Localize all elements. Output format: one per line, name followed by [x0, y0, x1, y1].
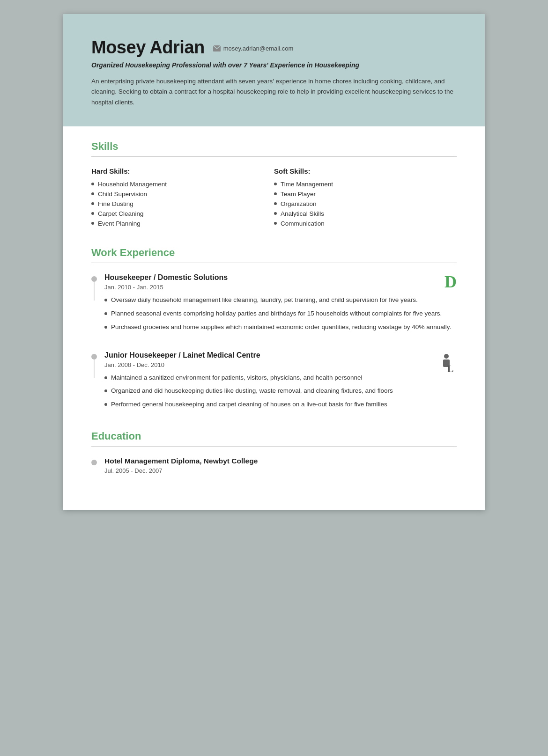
bullet-dot — [104, 299, 107, 301]
hard-skills-list: Household Management Child Supervision F… — [91, 181, 274, 227]
timeline-dot-1 — [91, 276, 97, 282]
list-item: Oversaw daily household management like … — [104, 295, 457, 305]
education-section: Education Hotel Management Diploma, Newb… — [91, 430, 457, 474]
list-item: Performed general housekeeping and carpe… — [104, 400, 457, 410]
job-title-1: Housekeeper / Domestic Solutions — [104, 273, 228, 282]
skills-divider — [91, 156, 457, 157]
edu-dot-1 — [91, 460, 97, 465]
timeline-line-2 — [94, 360, 95, 378]
bullet-dot — [91, 222, 94, 225]
job-content-1: Housekeeper / Domestic Solutions Jan. 20… — [104, 273, 457, 336]
bullet-dot — [274, 183, 277, 185]
education-section-title: Education — [91, 430, 457, 442]
hard-skills-title: Hard Skills: — [91, 167, 274, 175]
email-text: mosey.adrian@email.com — [223, 45, 294, 52]
edu-entry-1: Hotel Management Diploma, Newbyt College… — [91, 457, 457, 474]
body-section: Skills Hard Skills: Household Management… — [63, 126, 485, 510]
edu-content-1: Hotel Management Diploma, Newbyt College… — [104, 457, 457, 474]
header-section: Mosey Adrian mosey.adrian@email.com Orga… — [63, 14, 485, 126]
bullet-dot — [274, 202, 277, 205]
svg-text:L: L — [447, 364, 453, 373]
email-block: mosey.adrian@email.com — [213, 45, 294, 52]
list-item: Planned seasonal events comprising holid… — [104, 309, 457, 319]
timeline-col-1 — [91, 273, 97, 301]
bullet-dot — [104, 326, 107, 329]
bullet-dot — [91, 202, 94, 205]
job-bullets-2: Maintained a sanitized environment for p… — [104, 373, 457, 410]
job-entry-1: Housekeeper / Domestic Solutions Jan. 20… — [91, 273, 457, 336]
timeline-dot-2 — [91, 354, 97, 360]
edu-degree-1: Hotel Management Diploma, Newbyt College — [104, 457, 457, 465]
skills-section-title: Skills — [91, 140, 457, 153]
job-title-2: Junior Housekeeper / Lainet Medical Cent… — [104, 351, 260, 360]
job-content-2: Junior Housekeeper / Lainet Medical Cent… — [104, 351, 457, 414]
lainet-logo-svg: L — [436, 352, 457, 373]
tagline: Organized Housekeeping Professional with… — [91, 61, 457, 69]
list-item: Analytical Skills — [274, 210, 457, 217]
resume-document: Mosey Adrian mosey.adrian@email.com Orga… — [63, 14, 485, 510]
job-header-1: Housekeeper / Domestic Solutions Jan. 20… — [104, 273, 457, 295]
job-title-dates-1: Housekeeper / Domestic Solutions Jan. 20… — [104, 273, 228, 295]
job-dates-2: Jan. 2008 - Dec. 2010 — [104, 361, 260, 368]
bullet-dot — [274, 212, 277, 215]
list-item: Event Planning — [91, 220, 274, 227]
edu-dates-1: Jul. 2005 - Dec. 2007 — [104, 467, 457, 474]
summary: An enterprising private housekeeping att… — [91, 76, 457, 108]
list-item: Time Management — [274, 181, 457, 188]
bullet-dot — [104, 376, 107, 379]
bullet-dot — [91, 192, 94, 195]
list-item: Communication — [274, 220, 457, 227]
list-item: Carpet Cleaning — [91, 210, 274, 217]
timeline-line-1 — [94, 282, 95, 301]
bullet-dot — [274, 222, 277, 225]
list-item: Fine Dusting — [91, 200, 274, 207]
job-dates-1: Jan. 2010 - Jan. 2015 — [104, 284, 228, 291]
list-item: Organization — [274, 200, 457, 207]
edu-timeline-1 — [91, 457, 97, 465]
bullet-dot — [274, 192, 277, 195]
list-item: Team Player — [274, 191, 457, 198]
email-icon — [213, 45, 221, 51]
job-header-2: Junior Housekeeper / Lainet Medical Cent… — [104, 351, 457, 373]
company-logo-l: L — [436, 351, 457, 373]
company-logo-d: D — [444, 273, 457, 290]
bullet-dot — [104, 389, 107, 392]
job-entry-2: Junior Housekeeper / Lainet Medical Cent… — [91, 351, 457, 414]
list-item: Household Management — [91, 181, 274, 188]
job-bullets-1: Oversaw daily household management like … — [104, 295, 457, 332]
hard-skills-col: Hard Skills: Household Management Child … — [91, 167, 274, 230]
job-title-dates-2: Junior Housekeeper / Lainet Medical Cent… — [104, 351, 260, 373]
skills-section: Skills Hard Skills: Household Management… — [91, 140, 457, 230]
soft-skills-title: Soft Skills: — [274, 167, 457, 175]
education-divider — [91, 446, 457, 447]
soft-skills-col: Soft Skills: Time Management Team Player… — [274, 167, 457, 230]
bullet-dot — [91, 212, 94, 215]
work-experience-section: Work Experience Housekeeper / Domestic S… — [91, 247, 457, 414]
timeline-col-2 — [91, 351, 97, 378]
svg-point-1 — [444, 354, 449, 359]
list-item: Purchased groceries and home supplies wh… — [104, 323, 457, 332]
bullet-dot — [91, 183, 94, 185]
soft-skills-list: Time Management Team Player Organization… — [274, 181, 457, 227]
work-divider — [91, 263, 457, 263]
candidate-name: Mosey Adrian — [91, 37, 205, 58]
bullet-dot — [104, 403, 107, 406]
list-item: Maintained a sanitized environment for p… — [104, 373, 457, 383]
list-item: Organized and did housekeeping duties li… — [104, 386, 457, 396]
header-top: Mosey Adrian mosey.adrian@email.com — [91, 37, 457, 58]
list-item: Child Supervision — [91, 191, 274, 198]
work-section-title: Work Experience — [91, 247, 457, 259]
skills-grid: Hard Skills: Household Management Child … — [91, 167, 457, 230]
bullet-dot — [104, 312, 107, 315]
